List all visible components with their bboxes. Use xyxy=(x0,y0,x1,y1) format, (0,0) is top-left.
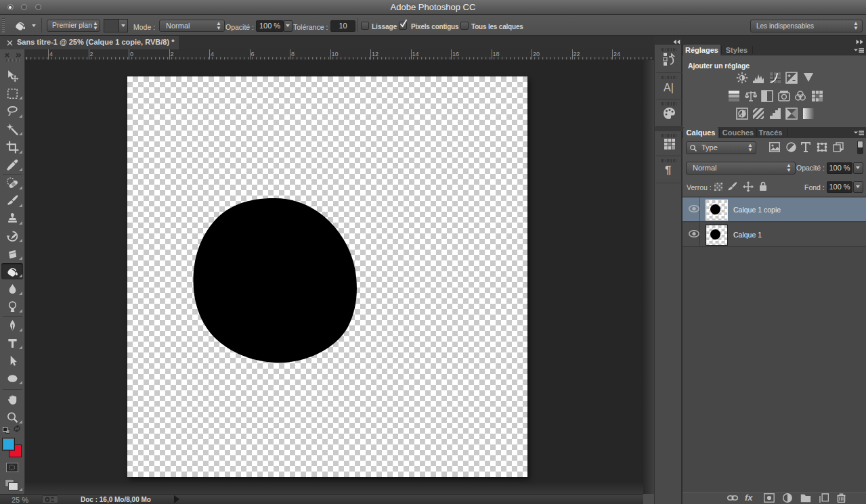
svg-text:¶: ¶ xyxy=(665,164,671,176)
svg-text:A|: A| xyxy=(664,82,674,93)
